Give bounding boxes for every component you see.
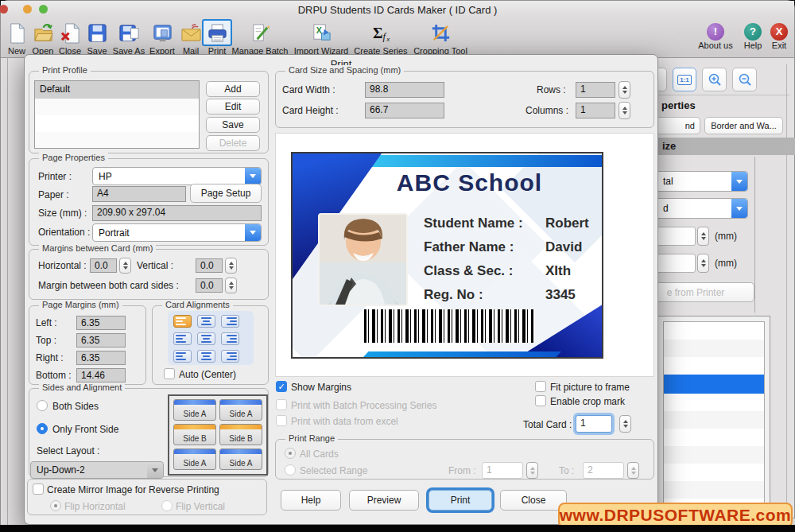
list-item[interactable] bbox=[664, 394, 764, 411]
toolbar-item-open[interactable]: Open bbox=[28, 19, 58, 57]
toolbar-item-create-series[interactable]: Σfx Create Series bbox=[349, 19, 413, 57]
horizontal-stepper[interactable] bbox=[119, 258, 131, 274]
preview-button[interactable]: Preview bbox=[349, 490, 419, 511]
toolbar-item-close[interactable]: Close bbox=[55, 19, 85, 57]
paper-field[interactable]: A4 bbox=[92, 186, 186, 202]
edit-profile-button[interactable]: Edit bbox=[206, 99, 260, 115]
print-button[interactable]: Print bbox=[429, 490, 492, 511]
panel-border bbox=[754, 157, 755, 313]
left-margin-field[interactable]: 6.35 bbox=[76, 316, 126, 330]
list-item[interactable] bbox=[664, 464, 764, 481]
both-card-sides-stepper[interactable] bbox=[225, 278, 237, 293]
align-top-center-button[interactable] bbox=[197, 315, 215, 328]
vertical-stepper[interactable] bbox=[225, 258, 237, 274]
columns-field[interactable]: 1 bbox=[576, 103, 615, 118]
batch-series-checkbox[interactable] bbox=[276, 399, 287, 410]
printer-dropdown[interactable]: HP bbox=[92, 167, 262, 185]
card-type-dropdown-fragment[interactable]: d bbox=[646, 198, 748, 219]
bottom-margin-field[interactable]: 14.46 bbox=[76, 368, 126, 382]
align-bottom-right-button[interactable] bbox=[221, 350, 239, 363]
toolbar-item-save[interactable]: Save bbox=[83, 19, 111, 57]
close-button[interactable]: Close bbox=[500, 490, 567, 511]
help-button[interactable]: Help bbox=[281, 490, 341, 511]
tab-border-and-watermark[interactable]: Border and Wa... bbox=[704, 117, 783, 134]
zoom-out-button[interactable] bbox=[732, 68, 757, 91]
school-name: ABC School bbox=[356, 169, 583, 196]
list-item[interactable] bbox=[664, 446, 764, 464]
to-stepper[interactable] bbox=[627, 462, 639, 479]
add-profile-button[interactable]: Add bbox=[206, 81, 260, 97]
profile-list[interactable]: Default bbox=[34, 80, 200, 149]
vertical-field[interactable]: 0.0 bbox=[196, 258, 223, 273]
all-cards-radio[interactable] bbox=[285, 448, 296, 459]
mirror-image-checkbox[interactable] bbox=[33, 483, 44, 495]
toolbar-item-new[interactable]: New bbox=[4, 19, 29, 57]
delete-profile-button[interactable]: Delete bbox=[206, 135, 260, 151]
horizontal-label: Horizontal : bbox=[38, 260, 87, 271]
save-profile-button[interactable]: Save bbox=[206, 117, 260, 133]
from-field[interactable]: 1 bbox=[482, 462, 523, 479]
orientation-dropdown[interactable]: Portrait bbox=[92, 223, 262, 242]
printer-label: Printer : bbox=[38, 171, 72, 182]
align-middle-left-button[interactable] bbox=[173, 332, 192, 345]
toolbar-item-cropping-tool[interactable]: Cropping Tool bbox=[407, 19, 474, 57]
card-height-field[interactable]: 66.7 bbox=[365, 103, 444, 118]
list-item[interactable] bbox=[664, 322, 764, 340]
list-item[interactable] bbox=[664, 481, 764, 499]
toolbar-item-save-as[interactable]: Save As bbox=[108, 19, 149, 57]
zoom-in-button[interactable] bbox=[702, 68, 727, 91]
height-stepper[interactable] bbox=[697, 254, 709, 273]
both-sides-radio[interactable] bbox=[37, 400, 48, 411]
fit-picture-checkbox[interactable] bbox=[535, 381, 546, 392]
toolbar-item-help[interactable]: ? Help bbox=[739, 19, 767, 57]
toolbar-item-mail[interactable]: Mail bbox=[178, 19, 204, 57]
align-middle-right-button[interactable] bbox=[221, 332, 239, 345]
align-bottom-center-button[interactable] bbox=[197, 350, 215, 363]
list-item[interactable] bbox=[664, 340, 764, 357]
card-width-field[interactable]: 98.8 bbox=[365, 82, 444, 98]
toolbar-item-exit[interactable]: X Exit bbox=[766, 19, 793, 57]
both-card-sides-field[interactable]: 0.0 bbox=[196, 278, 223, 293]
toolbar-item-manage-batch[interactable]: Manage Batch bbox=[228, 19, 292, 57]
list-item[interactable] bbox=[664, 357, 764, 375]
right-margin-field[interactable]: 6.35 bbox=[76, 351, 126, 365]
from-stepper[interactable] bbox=[526, 462, 538, 479]
align-middle-center-button[interactable] bbox=[197, 332, 215, 345]
width-stepper[interactable] bbox=[697, 227, 709, 246]
auto-center-checkbox[interactable] bbox=[164, 368, 175, 379]
rows-stepper[interactable] bbox=[619, 81, 630, 99]
size-field[interactable]: 209.90 x 297.04 bbox=[92, 205, 262, 221]
total-card-input[interactable]: 1 bbox=[576, 415, 612, 433]
list-item[interactable] bbox=[664, 429, 764, 446]
profile-list-item[interactable] bbox=[35, 132, 199, 149]
flip-vertical-radio[interactable] bbox=[161, 500, 173, 511]
profile-list-item[interactable]: Default bbox=[35, 81, 199, 99]
crop-mark-checkbox[interactable] bbox=[535, 395, 546, 406]
list-item[interactable] bbox=[664, 411, 764, 429]
total-card-stepper[interactable] bbox=[619, 415, 631, 433]
record-list[interactable] bbox=[663, 321, 765, 507]
profile-list-item[interactable] bbox=[35, 99, 199, 115]
layout-dropdown[interactable]: Up-Down-2 bbox=[30, 461, 164, 479]
selected-range-radio[interactable] bbox=[285, 464, 296, 476]
toolbar-item-import-wizard[interactable]: X Import Wizard bbox=[288, 19, 355, 57]
list-item-selected[interactable] bbox=[664, 375, 764, 394]
horizontal-field[interactable]: 0.0 bbox=[90, 258, 117, 273]
to-field[interactable]: 2 bbox=[583, 462, 624, 479]
profile-list-item[interactable] bbox=[35, 115, 199, 132]
align-bottom-left-button[interactable] bbox=[173, 350, 192, 363]
top-margin-field[interactable]: 6.35 bbox=[76, 333, 126, 348]
columns-stepper[interactable] bbox=[619, 102, 630, 119]
align-top-right-button[interactable] bbox=[221, 315, 239, 328]
orientation-dropdown-fragment[interactable]: tal bbox=[646, 171, 748, 192]
toolbar-item-about-us[interactable]: ! About us bbox=[693, 19, 738, 57]
page-setup-button[interactable]: Page Setup bbox=[190, 184, 262, 203]
only-front-side-radio[interactable] bbox=[37, 423, 48, 434]
align-top-left-button[interactable] bbox=[173, 315, 192, 328]
rows-field[interactable]: 1 bbox=[576, 82, 615, 98]
toolbar-item-export[interactable]: Export bbox=[145, 19, 180, 57]
show-margins-checkbox[interactable]: ✓ bbox=[276, 381, 287, 392]
data-from-excel-checkbox[interactable] bbox=[276, 415, 287, 426]
zoom-one-to-one-button[interactable]: 1:1 bbox=[673, 68, 696, 91]
flip-horizontal-radio[interactable] bbox=[50, 500, 61, 511]
